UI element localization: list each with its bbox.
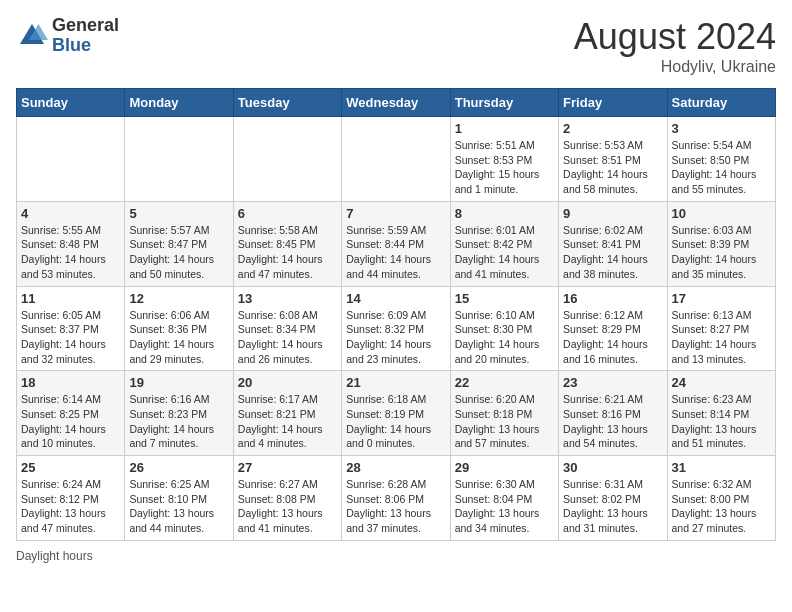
calendar-day-header: Thursday bbox=[450, 89, 558, 117]
day-info: Sunrise: 5:51 AM Sunset: 8:53 PM Dayligh… bbox=[455, 138, 554, 197]
day-number: 29 bbox=[455, 460, 554, 475]
day-info: Sunrise: 6:23 AM Sunset: 8:14 PM Dayligh… bbox=[672, 392, 771, 451]
day-number: 5 bbox=[129, 206, 228, 221]
day-info: Sunrise: 6:21 AM Sunset: 8:16 PM Dayligh… bbox=[563, 392, 662, 451]
day-number: 16 bbox=[563, 291, 662, 306]
calendar-cell: 14Sunrise: 6:09 AM Sunset: 8:32 PM Dayli… bbox=[342, 286, 450, 371]
day-info: Sunrise: 6:10 AM Sunset: 8:30 PM Dayligh… bbox=[455, 308, 554, 367]
calendar-cell: 11Sunrise: 6:05 AM Sunset: 8:37 PM Dayli… bbox=[17, 286, 125, 371]
day-number: 25 bbox=[21, 460, 120, 475]
day-info: Sunrise: 5:53 AM Sunset: 8:51 PM Dayligh… bbox=[563, 138, 662, 197]
calendar-cell: 27Sunrise: 6:27 AM Sunset: 8:08 PM Dayli… bbox=[233, 456, 341, 541]
day-info: Sunrise: 6:24 AM Sunset: 8:12 PM Dayligh… bbox=[21, 477, 120, 536]
calendar-day-header: Wednesday bbox=[342, 89, 450, 117]
day-number: 19 bbox=[129, 375, 228, 390]
calendar-cell: 17Sunrise: 6:13 AM Sunset: 8:27 PM Dayli… bbox=[667, 286, 775, 371]
day-info: Sunrise: 6:01 AM Sunset: 8:42 PM Dayligh… bbox=[455, 223, 554, 282]
calendar-week-row: 1Sunrise: 5:51 AM Sunset: 8:53 PM Daylig… bbox=[17, 117, 776, 202]
day-number: 21 bbox=[346, 375, 445, 390]
day-number: 3 bbox=[672, 121, 771, 136]
day-info: Sunrise: 6:12 AM Sunset: 8:29 PM Dayligh… bbox=[563, 308, 662, 367]
day-info: Sunrise: 6:08 AM Sunset: 8:34 PM Dayligh… bbox=[238, 308, 337, 367]
day-number: 6 bbox=[238, 206, 337, 221]
location-subtitle: Hodyliv, Ukraine bbox=[574, 58, 776, 76]
calendar-cell: 12Sunrise: 6:06 AM Sunset: 8:36 PM Dayli… bbox=[125, 286, 233, 371]
day-number: 13 bbox=[238, 291, 337, 306]
day-number: 8 bbox=[455, 206, 554, 221]
calendar-cell: 15Sunrise: 6:10 AM Sunset: 8:30 PM Dayli… bbox=[450, 286, 558, 371]
day-info: Sunrise: 5:54 AM Sunset: 8:50 PM Dayligh… bbox=[672, 138, 771, 197]
footer-note: Daylight hours bbox=[16, 549, 776, 563]
day-number: 2 bbox=[563, 121, 662, 136]
day-info: Sunrise: 6:09 AM Sunset: 8:32 PM Dayligh… bbox=[346, 308, 445, 367]
calendar-cell: 20Sunrise: 6:17 AM Sunset: 8:21 PM Dayli… bbox=[233, 371, 341, 456]
day-info: Sunrise: 5:58 AM Sunset: 8:45 PM Dayligh… bbox=[238, 223, 337, 282]
calendar-cell bbox=[17, 117, 125, 202]
calendar-week-row: 11Sunrise: 6:05 AM Sunset: 8:37 PM Dayli… bbox=[17, 286, 776, 371]
calendar-cell bbox=[125, 117, 233, 202]
day-number: 7 bbox=[346, 206, 445, 221]
calendar-cell: 2Sunrise: 5:53 AM Sunset: 8:51 PM Daylig… bbox=[559, 117, 667, 202]
day-info: Sunrise: 6:25 AM Sunset: 8:10 PM Dayligh… bbox=[129, 477, 228, 536]
day-number: 9 bbox=[563, 206, 662, 221]
calendar-week-row: 18Sunrise: 6:14 AM Sunset: 8:25 PM Dayli… bbox=[17, 371, 776, 456]
calendar-cell: 1Sunrise: 5:51 AM Sunset: 8:53 PM Daylig… bbox=[450, 117, 558, 202]
calendar-cell: 30Sunrise: 6:31 AM Sunset: 8:02 PM Dayli… bbox=[559, 456, 667, 541]
calendar-cell: 19Sunrise: 6:16 AM Sunset: 8:23 PM Dayli… bbox=[125, 371, 233, 456]
day-info: Sunrise: 6:27 AM Sunset: 8:08 PM Dayligh… bbox=[238, 477, 337, 536]
day-number: 30 bbox=[563, 460, 662, 475]
calendar-week-row: 25Sunrise: 6:24 AM Sunset: 8:12 PM Dayli… bbox=[17, 456, 776, 541]
day-info: Sunrise: 6:31 AM Sunset: 8:02 PM Dayligh… bbox=[563, 477, 662, 536]
calendar-cell: 7Sunrise: 5:59 AM Sunset: 8:44 PM Daylig… bbox=[342, 201, 450, 286]
calendar-day-header: Sunday bbox=[17, 89, 125, 117]
day-info: Sunrise: 5:55 AM Sunset: 8:48 PM Dayligh… bbox=[21, 223, 120, 282]
day-info: Sunrise: 6:06 AM Sunset: 8:36 PM Dayligh… bbox=[129, 308, 228, 367]
day-info: Sunrise: 6:30 AM Sunset: 8:04 PM Dayligh… bbox=[455, 477, 554, 536]
calendar-cell: 31Sunrise: 6:32 AM Sunset: 8:00 PM Dayli… bbox=[667, 456, 775, 541]
logo: General Blue bbox=[16, 16, 119, 56]
day-info: Sunrise: 6:02 AM Sunset: 8:41 PM Dayligh… bbox=[563, 223, 662, 282]
logo-icon bbox=[16, 20, 48, 52]
day-number: 27 bbox=[238, 460, 337, 475]
day-info: Sunrise: 6:17 AM Sunset: 8:21 PM Dayligh… bbox=[238, 392, 337, 451]
day-number: 31 bbox=[672, 460, 771, 475]
calendar-day-header: Friday bbox=[559, 89, 667, 117]
page-header: General Blue August 2024 Hodyliv, Ukrain… bbox=[16, 16, 776, 76]
calendar-cell: 6Sunrise: 5:58 AM Sunset: 8:45 PM Daylig… bbox=[233, 201, 341, 286]
day-number: 10 bbox=[672, 206, 771, 221]
day-info: Sunrise: 6:18 AM Sunset: 8:19 PM Dayligh… bbox=[346, 392, 445, 451]
day-number: 1 bbox=[455, 121, 554, 136]
day-number: 23 bbox=[563, 375, 662, 390]
day-number: 22 bbox=[455, 375, 554, 390]
calendar-cell bbox=[342, 117, 450, 202]
logo-general-text: General bbox=[52, 15, 119, 35]
day-number: 26 bbox=[129, 460, 228, 475]
day-info: Sunrise: 5:59 AM Sunset: 8:44 PM Dayligh… bbox=[346, 223, 445, 282]
calendar-cell: 23Sunrise: 6:21 AM Sunset: 8:16 PM Dayli… bbox=[559, 371, 667, 456]
day-info: Sunrise: 6:13 AM Sunset: 8:27 PM Dayligh… bbox=[672, 308, 771, 367]
day-info: Sunrise: 6:03 AM Sunset: 8:39 PM Dayligh… bbox=[672, 223, 771, 282]
calendar-cell: 28Sunrise: 6:28 AM Sunset: 8:06 PM Dayli… bbox=[342, 456, 450, 541]
calendar-table: SundayMondayTuesdayWednesdayThursdayFrid… bbox=[16, 88, 776, 541]
calendar-cell: 9Sunrise: 6:02 AM Sunset: 8:41 PM Daylig… bbox=[559, 201, 667, 286]
day-number: 14 bbox=[346, 291, 445, 306]
day-info: Sunrise: 6:32 AM Sunset: 8:00 PM Dayligh… bbox=[672, 477, 771, 536]
calendar-cell: 10Sunrise: 6:03 AM Sunset: 8:39 PM Dayli… bbox=[667, 201, 775, 286]
day-info: Sunrise: 6:16 AM Sunset: 8:23 PM Dayligh… bbox=[129, 392, 228, 451]
day-info: Sunrise: 6:05 AM Sunset: 8:37 PM Dayligh… bbox=[21, 308, 120, 367]
calendar-cell: 29Sunrise: 6:30 AM Sunset: 8:04 PM Dayli… bbox=[450, 456, 558, 541]
calendar-cell: 5Sunrise: 5:57 AM Sunset: 8:47 PM Daylig… bbox=[125, 201, 233, 286]
calendar-header-row: SundayMondayTuesdayWednesdayThursdayFrid… bbox=[17, 89, 776, 117]
day-info: Sunrise: 6:14 AM Sunset: 8:25 PM Dayligh… bbox=[21, 392, 120, 451]
logo-blue-text: Blue bbox=[52, 35, 91, 55]
day-info: Sunrise: 6:20 AM Sunset: 8:18 PM Dayligh… bbox=[455, 392, 554, 451]
calendar-cell: 26Sunrise: 6:25 AM Sunset: 8:10 PM Dayli… bbox=[125, 456, 233, 541]
calendar-cell: 4Sunrise: 5:55 AM Sunset: 8:48 PM Daylig… bbox=[17, 201, 125, 286]
calendar-cell bbox=[233, 117, 341, 202]
day-number: 12 bbox=[129, 291, 228, 306]
day-number: 17 bbox=[672, 291, 771, 306]
month-year-title: August 2024 bbox=[574, 16, 776, 58]
calendar-cell: 21Sunrise: 6:18 AM Sunset: 8:19 PM Dayli… bbox=[342, 371, 450, 456]
day-number: 24 bbox=[672, 375, 771, 390]
calendar-cell: 3Sunrise: 5:54 AM Sunset: 8:50 PM Daylig… bbox=[667, 117, 775, 202]
